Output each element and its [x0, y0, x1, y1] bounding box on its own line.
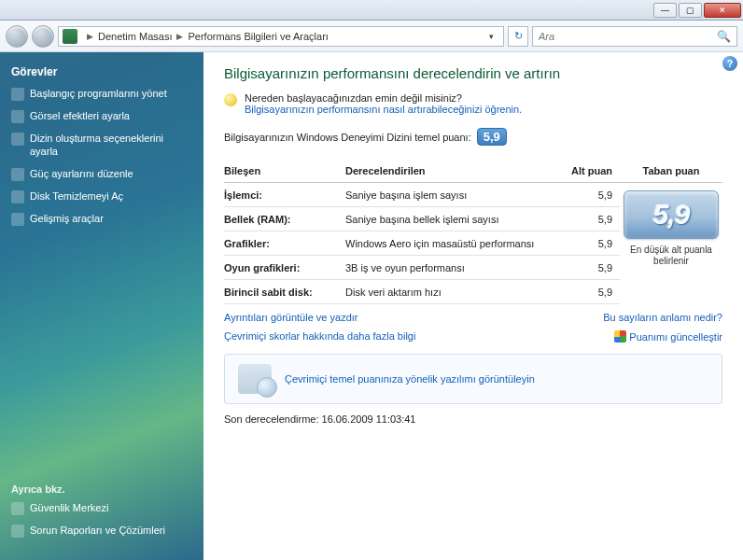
see-also-heading: Ayrıca bkz. — [11, 483, 192, 495]
breadcrumb-1[interactable]: Denetim Masası — [98, 31, 172, 42]
search-box[interactable]: 🔍 — [532, 26, 737, 47]
th-component: Bileşen — [224, 165, 345, 176]
task-label: Disk Temizlemeyi Aç — [30, 190, 123, 203]
tasks-heading: Görevler — [11, 65, 192, 78]
td-rated: 3B iş ve oyun performansı — [345, 262, 564, 273]
task-label: Gelişmiş araçlar — [30, 213, 104, 226]
disk-icon — [11, 190, 24, 203]
td-sub: 5,9 — [564, 189, 620, 201]
table-row: İşlemci:Saniye başına işlem sayısı5,9 — [224, 183, 620, 207]
td-sub: 5,9 — [564, 262, 620, 273]
task-label: Dizin oluşturma seçeneklerini ayarla — [30, 133, 192, 159]
td-sub: 5,9 — [564, 238, 620, 249]
power-icon — [11, 168, 24, 181]
base-score-line: Bilgisayarınızın Windows Deneyimi Dizini… — [224, 128, 722, 146]
breadcrumb-sep: ▶ — [87, 32, 93, 41]
link-learn-online[interactable]: Çevrimiçi skorlar hakkında daha fazla bi… — [224, 330, 415, 343]
link-what-numbers-mean[interactable]: Bu sayıların anlamı nedir? — [603, 312, 722, 323]
navigation-bar: ▶ Denetim Masası ▶ Performans Bilgileri … — [0, 21, 743, 52]
software-link: Çevrimiçi temel puanınıza yönelik yazılı… — [285, 372, 535, 385]
breadcrumb-2[interactable]: Performans Bilgileri ve Araçları — [188, 31, 328, 42]
base-score-label: Bilgisayarınızın Windows Deneyimi Dizini… — [224, 132, 471, 143]
th-basescore: Taban puan — [620, 165, 722, 176]
td-comp: İşlemci: — [224, 189, 345, 201]
software-suggestion-box[interactable]: Çevrimiçi temel puanınıza yönelik yazılı… — [224, 354, 722, 404]
sidebar: Görevler Başlangıç programlarını yönet G… — [0, 52, 203, 560]
back-button[interactable] — [6, 25, 28, 48]
hint-link[interactable]: Bilgisayarınızın performansını nasıl art… — [245, 104, 522, 115]
address-dropdown-icon[interactable]: ▾ — [483, 32, 499, 41]
link-problem-reports[interactable]: Sorun Raporları ve Çözümleri — [11, 525, 192, 538]
help-button[interactable]: ? — [722, 56, 737, 71]
startup-icon — [11, 88, 24, 101]
task-advanced-tools[interactable]: Gelişmiş araçlar — [11, 213, 192, 226]
task-visual-effects[interactable]: Görsel efektleri ayarla — [11, 110, 192, 123]
last-rated-text: Son derecelendirme: 16.06.2009 11:03:41 — [224, 413, 722, 425]
link-security-center[interactable]: Güvenlik Merkezi — [11, 502, 192, 515]
software-icon — [238, 364, 272, 394]
hint-text: Nereden başlayacağınızdan emin değil mis… — [245, 92, 522, 104]
td-rated: Windows Aero için masaüstü performansı — [345, 238, 564, 249]
control-panel-icon — [63, 29, 77, 44]
table-row: Bellek (RAM):Saniye başına bellek işlemi… — [224, 207, 620, 231]
reports-icon — [11, 525, 24, 538]
big-score-value: 5,9 — [628, 199, 714, 231]
lightbulb-icon — [224, 93, 237, 106]
task-label: Başlangıç programlarını yönet — [30, 88, 167, 101]
tools-icon — [11, 213, 24, 226]
td-sub: 5,9 — [564, 214, 620, 225]
table-row: Grafikler:Windows Aero için masaüstü per… — [224, 231, 620, 256]
big-score-caption: En düşük alt puanla belirlenir — [624, 245, 719, 267]
shield-icon — [614, 330, 626, 343]
table-header: Bileşen Derecelendirilen Alt puan Taban … — [224, 159, 722, 183]
link-view-print-details[interactable]: Ayrıntıları görüntüle ve yazdır — [224, 312, 357, 323]
td-rated: Saniye başına bellek işlemi sayısı — [345, 214, 564, 225]
forward-button[interactable] — [32, 25, 54, 48]
page-title: Bilgisayarınızın performansını derecelen… — [224, 65, 722, 81]
th-rated: Derecelendirilen — [345, 165, 564, 176]
task-label: Görsel efektleri ayarla — [30, 110, 130, 123]
big-score-badge: 5,9 — [624, 190, 719, 239]
th-subscore: Alt puan — [564, 165, 620, 176]
maximize-button[interactable]: ▢ — [679, 3, 702, 18]
link-update-score[interactable]: Puanımı güncelleştir — [614, 330, 722, 343]
window-titlebar: — ▢ ✕ — [0, 0, 743, 21]
task-power[interactable]: Güç ayarlarını düzenle — [11, 168, 192, 181]
refresh-button[interactable]: ↻ — [508, 26, 528, 47]
td-comp: Grafikler: — [224, 238, 345, 249]
search-input[interactable] — [539, 31, 717, 42]
td-comp: Oyun grafikleri: — [224, 262, 345, 273]
task-indexing[interactable]: Dizin oluşturma seçeneklerini ayarla — [11, 133, 192, 159]
close-button[interactable]: ✕ — [704, 3, 741, 18]
table-row: Birincil sabit disk:Disk veri aktarım hı… — [224, 280, 620, 304]
td-sub: 5,9 — [564, 287, 620, 298]
td-rated: Saniye başına işlem sayısı — [345, 189, 564, 201]
hint-block: Nereden başlayacağınızdan emin değil mis… — [224, 92, 722, 115]
content-area: ? Bilgisayarınızın performansını derecel… — [203, 52, 743, 560]
task-disk-cleanup[interactable]: Disk Temizlemeyi Aç — [11, 190, 192, 203]
minimize-button[interactable]: — — [653, 3, 677, 18]
address-bar[interactable]: ▶ Denetim Masası ▶ Performans Bilgileri … — [58, 26, 504, 47]
td-comp: Bellek (RAM): — [224, 214, 345, 225]
visualfx-icon — [11, 110, 24, 123]
base-score-badge: 5,9 — [477, 128, 507, 146]
task-startup-programs[interactable]: Başlangıç programlarını yönet — [11, 88, 192, 101]
see-also-label: Güvenlik Merkezi — [30, 502, 108, 515]
task-label: Güç ayarlarını düzenle — [30, 168, 133, 181]
td-comp: Birincil sabit disk: — [224, 287, 345, 298]
breadcrumb-sep: ▶ — [176, 32, 183, 41]
table-row: Oyun grafikleri:3B iş ve oyun performans… — [224, 256, 620, 280]
score-table: Bileşen Derecelendirilen Alt puan Taban … — [224, 159, 722, 304]
see-also-label: Sorun Raporları ve Çözümleri — [30, 525, 165, 538]
td-rated: Disk veri aktarım hızı — [345, 287, 564, 298]
indexing-icon — [11, 133, 24, 146]
search-icon: 🔍 — [717, 30, 731, 43]
security-icon — [11, 502, 24, 515]
